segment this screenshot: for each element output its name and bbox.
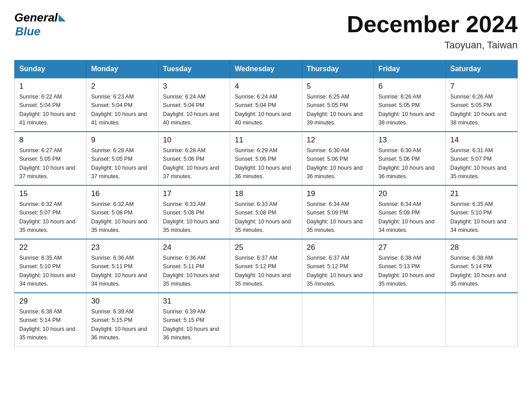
- calendar-day-cell: 23 Sunrise: 6:36 AM Sunset: 5:11 PM Dayl…: [86, 239, 158, 293]
- sunrise-text: Sunrise: 6:22 AM: [19, 94, 62, 100]
- daylight-text: Daylight: 10 hours and 37 minutes.: [163, 165, 219, 180]
- sunset-text: Sunset: 5:05 PM: [450, 102, 492, 108]
- logo-right: General Blue: [14, 11, 66, 39]
- day-info: Sunrise: 6:29 AM Sunset: 5:06 PM Dayligh…: [235, 146, 297, 181]
- daylight-text: Daylight: 10 hours and 34 minutes.: [450, 218, 506, 233]
- day-number: 26: [307, 243, 369, 252]
- daylight-text: Daylight: 10 hours and 38 minutes.: [450, 111, 506, 126]
- logo-top-row: General: [14, 11, 66, 25]
- day-number: 28: [450, 243, 513, 252]
- calendar-day-cell: 22 Sunrise: 6:35 AM Sunset: 5:10 PM Dayl…: [15, 239, 86, 293]
- calendar-day-cell: 14 Sunrise: 6:31 AM Sunset: 5:07 PM Dayl…: [446, 132, 517, 185]
- calendar-table: Sunday Monday Tuesday Wednesday Thursday…: [14, 60, 518, 347]
- sunset-text: Sunset: 5:08 PM: [91, 210, 132, 216]
- sunrise-text: Sunrise: 6:37 AM: [235, 255, 277, 261]
- daylight-text: Daylight: 10 hours and 36 minutes.: [235, 165, 291, 180]
- sunset-text: Sunset: 5:10 PM: [450, 210, 492, 216]
- sunrise-text: Sunrise: 6:24 AM: [163, 94, 206, 100]
- sunset-text: Sunset: 5:14 PM: [19, 317, 60, 323]
- sunrise-text: Sunrise: 6:23 AM: [91, 94, 133, 100]
- sunset-text: Sunset: 5:07 PM: [19, 210, 60, 216]
- day-info: Sunrise: 6:28 AM Sunset: 5:06 PM Dayligh…: [163, 146, 225, 181]
- daylight-text: Daylight: 10 hours and 38 minutes.: [378, 111, 434, 126]
- sunrise-text: Sunrise: 6:36 AM: [91, 255, 133, 261]
- day-info: Sunrise: 6:37 AM Sunset: 5:12 PM Dayligh…: [307, 254, 369, 289]
- day-number: 14: [450, 136, 513, 145]
- day-info: Sunrise: 6:35 AM Sunset: 5:10 PM Dayligh…: [19, 254, 82, 289]
- daylight-text: Daylight: 10 hours and 39 minutes.: [307, 111, 363, 126]
- daylight-text: Daylight: 10 hours and 36 minutes.: [378, 165, 434, 180]
- sunrise-text: Sunrise: 6:28 AM: [163, 147, 206, 154]
- header-wednesday: Wednesday: [230, 60, 302, 78]
- sunrise-text: Sunrise: 6:33 AM: [235, 201, 277, 207]
- day-info: Sunrise: 6:23 AM Sunset: 5:04 PM Dayligh…: [91, 93, 153, 128]
- calendar-day-cell: 6 Sunrise: 6:26 AM Sunset: 5:05 PM Dayli…: [374, 78, 446, 132]
- daylight-text: Daylight: 10 hours and 35 minutes.: [307, 272, 363, 287]
- daylight-text: Daylight: 10 hours and 36 minutes.: [163, 326, 219, 341]
- sunset-text: Sunset: 5:05 PM: [307, 102, 348, 108]
- calendar-day-cell: 26 Sunrise: 6:37 AM Sunset: 5:12 PM Dayl…: [302, 239, 373, 293]
- logo: General Blue: [14, 11, 66, 39]
- sunset-text: Sunset: 5:04 PM: [19, 102, 60, 108]
- daylight-text: Daylight: 10 hours and 35 minutes.: [450, 165, 506, 180]
- calendar-day-cell: 2 Sunrise: 6:23 AM Sunset: 5:04 PM Dayli…: [86, 78, 158, 132]
- month-title: December 2024: [347, 11, 518, 38]
- day-info: Sunrise: 6:28 AM Sunset: 5:05 PM Dayligh…: [91, 146, 153, 181]
- sunrise-text: Sunrise: 6:34 AM: [307, 201, 349, 207]
- sunset-text: Sunset: 5:08 PM: [163, 210, 204, 216]
- day-info: Sunrise: 6:34 AM Sunset: 5:09 PM Dayligh…: [307, 200, 369, 235]
- day-info: Sunrise: 6:39 AM Sunset: 5:15 PM Dayligh…: [163, 308, 225, 342]
- day-number: 24: [163, 243, 225, 252]
- sunset-text: Sunset: 5:08 PM: [235, 210, 276, 216]
- day-info: Sunrise: 6:37 AM Sunset: 5:12 PM Dayligh…: [235, 254, 297, 289]
- sunrise-text: Sunrise: 6:39 AM: [91, 308, 133, 315]
- sunset-text: Sunset: 5:09 PM: [307, 210, 348, 216]
- sunrise-text: Sunrise: 6:30 AM: [307, 147, 349, 154]
- calendar-day-cell: 20 Sunrise: 6:34 AM Sunset: 5:09 PM Dayl…: [374, 185, 446, 239]
- calendar-day-cell: 11 Sunrise: 6:29 AM Sunset: 5:06 PM Dayl…: [230, 132, 302, 185]
- day-number: 12: [307, 136, 369, 145]
- calendar-day-cell: 17 Sunrise: 6:33 AM Sunset: 5:08 PM Dayl…: [158, 185, 230, 239]
- sunrise-text: Sunrise: 6:32 AM: [91, 201, 133, 207]
- day-number: 5: [307, 82, 369, 91]
- sunrise-text: Sunrise: 6:27 AM: [19, 147, 62, 154]
- page-header: General Blue December 2024 Taoyuan, Taiw…: [14, 11, 518, 51]
- day-number: 31: [163, 297, 225, 306]
- day-number: 17: [163, 189, 225, 198]
- daylight-text: Daylight: 10 hours and 34 minutes.: [19, 272, 75, 287]
- day-number: 30: [91, 297, 153, 306]
- day-info: Sunrise: 6:32 AM Sunset: 5:08 PM Dayligh…: [91, 200, 153, 235]
- sunset-text: Sunset: 5:12 PM: [235, 263, 276, 270]
- daylight-text: Daylight: 10 hours and 35 minutes.: [307, 218, 363, 233]
- day-info: Sunrise: 6:30 AM Sunset: 5:06 PM Dayligh…: [378, 146, 441, 181]
- day-number: 27: [378, 243, 441, 252]
- calendar-day-cell: 28 Sunrise: 6:38 AM Sunset: 5:14 PM Dayl…: [446, 239, 517, 293]
- calendar-day-cell: 3 Sunrise: 6:24 AM Sunset: 5:04 PM Dayli…: [158, 78, 230, 132]
- header-thursday: Thursday: [302, 60, 373, 78]
- title-section: December 2024 Taoyuan, Taiwan: [347, 11, 518, 51]
- calendar-day-cell: 19 Sunrise: 6:34 AM Sunset: 5:09 PM Dayl…: [302, 185, 373, 239]
- calendar-day-cell: 27 Sunrise: 6:38 AM Sunset: 5:13 PM Dayl…: [374, 239, 446, 293]
- daylight-text: Daylight: 10 hours and 35 minutes.: [235, 218, 291, 233]
- sunset-text: Sunset: 5:06 PM: [163, 156, 204, 162]
- sunrise-text: Sunrise: 6:30 AM: [378, 147, 421, 154]
- sunrise-text: Sunrise: 6:37 AM: [307, 255, 349, 261]
- day-info: Sunrise: 6:30 AM Sunset: 5:06 PM Dayligh…: [307, 146, 369, 181]
- daylight-text: Daylight: 10 hours and 35 minutes.: [19, 218, 75, 233]
- day-info: Sunrise: 6:36 AM Sunset: 5:11 PM Dayligh…: [163, 254, 225, 289]
- calendar-day-cell: 7 Sunrise: 6:26 AM Sunset: 5:05 PM Dayli…: [446, 78, 517, 132]
- sunrise-text: Sunrise: 6:39 AM: [163, 308, 206, 315]
- sunrise-text: Sunrise: 6:38 AM: [450, 255, 493, 261]
- calendar-week-row: 15 Sunrise: 6:32 AM Sunset: 5:07 PM Dayl…: [15, 185, 518, 239]
- day-number: 22: [19, 243, 82, 252]
- sunrise-text: Sunrise: 6:38 AM: [378, 255, 421, 261]
- sunrise-text: Sunrise: 6:29 AM: [235, 147, 277, 154]
- day-number: 16: [91, 189, 153, 198]
- day-number: 15: [19, 189, 82, 198]
- daylight-text: Daylight: 10 hours and 35 minutes.: [378, 272, 434, 287]
- sunrise-text: Sunrise: 6:35 AM: [450, 201, 493, 207]
- daylight-text: Daylight: 10 hours and 34 minutes.: [378, 218, 434, 233]
- sunrise-text: Sunrise: 6:28 AM: [91, 147, 133, 154]
- calendar-day-cell: 12 Sunrise: 6:30 AM Sunset: 5:06 PM Dayl…: [302, 132, 373, 185]
- calendar-day-cell: [230, 293, 302, 347]
